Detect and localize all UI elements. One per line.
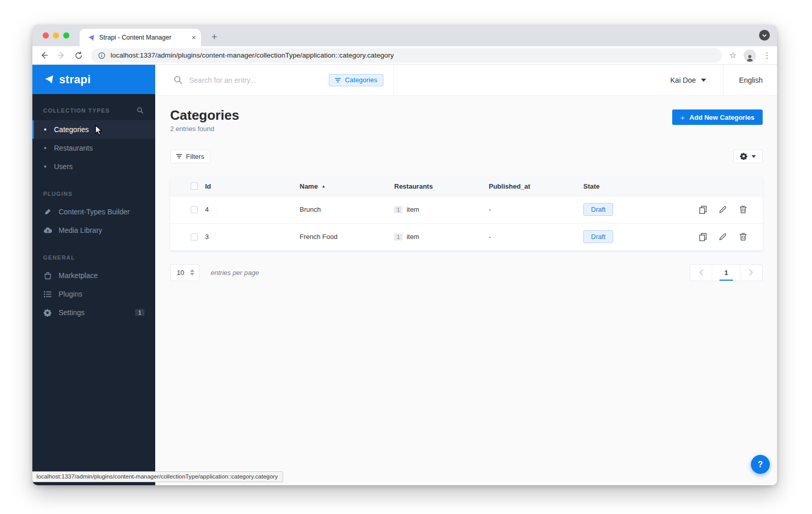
table-row[interactable]: 4 Brunch 1 item - Draft (170, 196, 763, 223)
section-label-collection-types: COLLECTION TYPES (43, 107, 136, 114)
back-icon[interactable] (39, 50, 49, 61)
search-icon (174, 76, 182, 84)
settings-badge: 1 (135, 309, 144, 316)
next-page-icon[interactable] (741, 265, 762, 281)
row-checkbox[interactable] (191, 206, 198, 213)
column-header-state[interactable]: State (583, 182, 678, 190)
column-header-name[interactable]: Name ▲ (300, 182, 394, 190)
help-button[interactable]: ? (751, 455, 770, 474)
toolbar-right: ☆ ⋮ (729, 49, 771, 62)
filters-button[interactable]: Filters (170, 150, 210, 163)
gear-icon (740, 153, 747, 160)
sidebar-item-label: Media Library (59, 226, 102, 234)
duplicate-icon[interactable] (698, 232, 707, 241)
sidebar-item-label: Categories (54, 125, 89, 134)
select-all-checkbox[interactable] (191, 182, 198, 190)
close-window-button[interactable] (43, 32, 49, 39)
sidebar: strapi COLLECTION TYPES • Categories • R… (32, 65, 155, 485)
sidebar-item-plugins[interactable]: Plugins (32, 285, 155, 303)
column-header-published-at[interactable]: Published_at (489, 182, 583, 190)
add-new-categories-button[interactable]: + Add New Categories (672, 109, 763, 125)
table-row[interactable]: 3 French Food 1 item - Draft (170, 223, 763, 250)
cell-name: French Food (300, 233, 394, 241)
chevron-down-icon (701, 79, 706, 82)
shopping-bag-icon (43, 271, 52, 280)
plus-icon: + (680, 113, 685, 122)
site-info-icon[interactable] (98, 52, 105, 59)
cell-id: 3 (205, 233, 300, 241)
topbar: Categories Kai Doe English (155, 65, 777, 96)
delete-icon[interactable] (739, 205, 747, 214)
cell-name: Brunch (300, 206, 394, 213)
count-unit: item (407, 233, 419, 241)
browser-window: Strapi - Content Manager × + localhost:1… (32, 25, 777, 485)
filter-icon (176, 154, 182, 159)
count-badge: 1 (394, 206, 402, 213)
browser-toolbar: localhost:1337/admin/plugins/content-man… (32, 46, 777, 65)
language-selector[interactable]: English (724, 65, 777, 95)
delete-icon[interactable] (739, 232, 747, 241)
minimize-window-button[interactable] (53, 32, 59, 39)
forward-icon[interactable] (56, 50, 66, 61)
sidebar-item-label: Users (54, 162, 73, 171)
filter-icon (335, 78, 341, 83)
gear-icon (43, 308, 52, 317)
row-checkbox[interactable] (191, 233, 198, 241)
section-label-plugins: PLUGINS (43, 191, 144, 197)
entries-count: 2 entries found (170, 125, 239, 133)
view-settings-button[interactable] (733, 150, 763, 163)
sidebar-item-label: Content-Types Builder (59, 208, 130, 216)
browser-tabstrip: Strapi - Content Manager × + (32, 25, 777, 46)
bullet-icon: • (43, 144, 47, 152)
sidebar-item-content-types-builder[interactable]: Content-Types Builder (32, 203, 155, 221)
cloud-upload-icon (43, 226, 52, 235)
main-area: Categories Kai Doe English (155, 65, 777, 485)
search-input[interactable] (189, 76, 322, 84)
sidebar-item-categories[interactable]: • Categories (32, 120, 155, 139)
sidebar-item-users[interactable]: • Users (32, 157, 155, 176)
browser-tab[interactable]: Strapi - Content Manager × (80, 29, 201, 46)
brush-icon (43, 208, 52, 216)
column-header-id[interactable]: Id (205, 182, 300, 190)
topbar-right: Kai Doe English (670, 65, 777, 95)
search-collection-types-icon[interactable] (136, 106, 144, 115)
chevron-down-icon (751, 155, 756, 158)
per-page-select[interactable]: 10 (170, 264, 199, 281)
sidebar-item-marketplace[interactable]: Marketplace (32, 266, 155, 285)
user-menu[interactable]: Kai Doe (670, 65, 723, 95)
browser-menu-icon[interactable]: ⋮ (763, 51, 771, 60)
stepper-icon[interactable] (190, 269, 194, 276)
cell-state: Draft (583, 230, 678, 243)
url-text[interactable]: localhost:1337/admin/plugins/content-man… (110, 51, 394, 59)
content: Categories 2 entries found + Add New Cat… (155, 96, 777, 485)
window-controls (43, 32, 69, 39)
tab-close-icon[interactable]: × (192, 34, 196, 41)
sidebar-item-settings[interactable]: Settings 1 (32, 303, 155, 322)
sidebar-item-media-library[interactable]: Media Library (32, 221, 155, 240)
pager: 1 (690, 264, 763, 281)
zoom-window-button[interactable] (63, 32, 69, 39)
categories-filter-chip[interactable]: Categories (329, 74, 383, 86)
cell-restaurants: 1 item (394, 233, 489, 241)
prev-page-icon[interactable] (690, 265, 712, 281)
strapi-logo[interactable]: strapi (32, 65, 155, 94)
draft-badge[interactable]: Draft (583, 203, 613, 216)
new-tab-button[interactable]: + (208, 30, 221, 44)
bookmark-star-icon[interactable]: ☆ (729, 50, 736, 60)
browser-update-icon[interactable] (759, 30, 770, 41)
bullet-icon: • (43, 126, 47, 133)
edit-icon[interactable] (718, 232, 727, 241)
add-button-label: Add New Categories (690, 114, 754, 121)
column-header-restaurants[interactable]: Restaurants (394, 182, 489, 190)
user-name: Kai Doe (670, 76, 696, 84)
browser-profile-avatar[interactable] (744, 49, 756, 62)
sidebar-item-restaurants[interactable]: • Restaurants (32, 139, 155, 157)
page-number[interactable]: 1 (712, 265, 741, 281)
duplicate-icon[interactable] (698, 205, 707, 214)
count-badge: 1 (394, 233, 402, 241)
reload-icon[interactable] (73, 50, 84, 61)
entries-table: Id Name ▲ Restaurants Published_at State… (170, 177, 763, 250)
url-bar[interactable]: localhost:1337/admin/plugins/content-man… (91, 48, 722, 63)
edit-icon[interactable] (718, 205, 727, 214)
draft-badge[interactable]: Draft (583, 230, 613, 243)
